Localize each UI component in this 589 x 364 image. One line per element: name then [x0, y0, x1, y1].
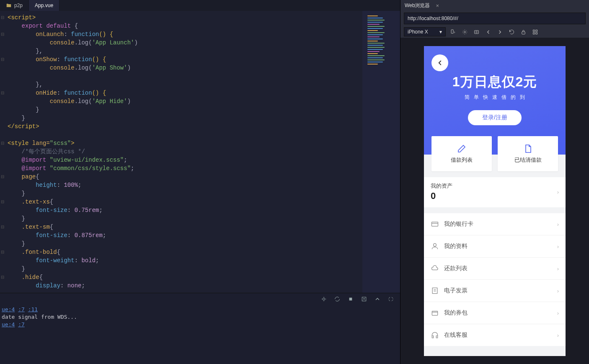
term-bug-icon[interactable] [320, 296, 327, 302]
browser-toolbar: iPhone X ▾ [400, 26, 589, 38]
svg-point-0 [323, 298, 325, 300]
browser-tab[interactable]: Web浏览器 × [400, 0, 589, 11]
term-collapse-icon[interactable] [374, 296, 381, 302]
browser-tab-title: Web浏览器 [405, 2, 430, 9]
terminal-panel: ue:4 :7 :11 date signal from WDS... ue:4… [0, 293, 400, 364]
svg-rect-9 [535, 30, 537, 31]
back-arrow-icon[interactable] [483, 27, 493, 36]
svg-rect-10 [533, 32, 535, 34]
menu-item-profile[interactable]: 我的资料 › [424, 235, 566, 258]
menu-item-support[interactable]: 在线客服 › [424, 324, 566, 346]
term-fullscreen-icon[interactable] [388, 296, 394, 302]
term-reload-icon[interactable] [334, 296, 341, 302]
svg-rect-3 [451, 29, 453, 33]
device-selector[interactable]: iPhone X ▾ [404, 27, 446, 36]
chevron-right-icon: › [557, 310, 559, 316]
card-settled[interactable]: 已结清借款 [498, 136, 558, 171]
minimap[interactable] [362, 11, 400, 293]
action-cards: 借款列表 已结清借款 [431, 136, 558, 171]
asset-value: 0 [431, 191, 452, 201]
lock-icon[interactable] [519, 27, 528, 36]
chevron-right-icon: › [557, 221, 559, 227]
menu-item-repayment[interactable]: 还款列表 › [424, 258, 566, 280]
folder-icon [6, 3, 12, 8]
reload-icon[interactable] [507, 27, 516, 36]
document-icon [523, 144, 533, 154]
fold-gutter: ⊟⊟ ⊟ ⊟ ⊟ ⊟ ⊟ ⊟ ⊟ ⊟ [0, 11, 8, 293]
code-area[interactable]: <script> export default { onLaunch: func… [8, 11, 362, 293]
edit-icon [457, 144, 467, 154]
svg-rect-5 [474, 30, 478, 34]
back-button[interactable] [431, 54, 448, 71]
tab-file[interactable]: App.vue [29, 0, 59, 11]
phone-frame: 1万日息仅2元 简单快速借的到 登录/注册 借款列表 已结清借款 我的资产 0 [424, 46, 566, 356]
editor-tabs: p2p App.vue [0, 0, 400, 11]
close-icon[interactable]: × [436, 3, 439, 9]
svg-rect-8 [533, 30, 535, 31]
tab-project-label: p2p [14, 3, 23, 8]
card-icon [431, 220, 439, 228]
login-button[interactable]: 登录/注册 [468, 110, 522, 125]
svg-rect-17 [436, 336, 437, 338]
chevron-right-icon: › [557, 266, 559, 272]
svg-point-4 [464, 31, 465, 33]
svg-point-13 [434, 243, 437, 246]
headset-icon [431, 331, 439, 339]
svg-rect-12 [432, 222, 438, 226]
svg-rect-14 [432, 288, 437, 293]
chevron-right-icon: › [557, 189, 559, 195]
forward-arrow-icon[interactable] [495, 27, 504, 36]
menu-item-bankcard[interactable]: 我的银行卡 › [424, 213, 566, 235]
asset-title: 我的资产 [431, 182, 452, 190]
settings-icon[interactable] [460, 27, 469, 36]
menu-list: 我的银行卡 › 我的资料 › 还款列表 › 电子发票 › 我的券包 › [424, 213, 566, 346]
svg-rect-7 [522, 31, 525, 34]
menu-item-coupons[interactable]: 我的券包 › [424, 302, 566, 324]
svg-rect-11 [535, 32, 537, 34]
rotate-icon[interactable] [448, 27, 457, 36]
hero-title: 1万日息仅2元 [431, 73, 558, 91]
chevron-right-icon: › [557, 332, 559, 338]
asset-row[interactable]: 我的资产 0 › [424, 177, 566, 207]
address-bar[interactable]: http://localhost:8080/#/ [404, 13, 586, 24]
tab-file-label: App.vue [35, 3, 53, 8]
svg-rect-1 [349, 298, 352, 301]
screenshot-icon[interactable] [472, 27, 481, 36]
url-text: http://localhost:8080/#/ [408, 15, 458, 21]
chevron-right-icon: › [557, 243, 559, 250]
chevron-right-icon: › [557, 288, 559, 294]
chevron-down-icon: ▾ [439, 29, 442, 35]
term-export-icon[interactable] [361, 296, 367, 302]
menu-item-invoice[interactable]: 电子发票 › [424, 280, 566, 302]
term-stop-icon[interactable] [347, 296, 354, 302]
hero-subtitle: 简单快速借的到 [431, 94, 558, 101]
editor[interactable]: ⊟⊟ ⊟ ⊟ ⊟ ⊟ ⊟ ⊟ ⊟ ⊟ <script> export defau… [0, 11, 400, 293]
receipt-icon [431, 287, 439, 295]
tab-project[interactable]: p2p [0, 0, 29, 11]
preview-area: 1万日息仅2元 简单快速借的到 登录/注册 借款列表 已结清借款 我的资产 0 [400, 38, 589, 364]
user-icon [431, 242, 439, 250]
svg-point-6 [475, 31, 477, 33]
card-loan-list[interactable]: 借款列表 [431, 136, 492, 171]
wallet-icon [431, 309, 439, 317]
svg-rect-16 [432, 336, 433, 338]
qr-icon[interactable] [530, 27, 540, 36]
svg-rect-15 [432, 311, 437, 315]
cloud-icon [431, 264, 439, 273]
